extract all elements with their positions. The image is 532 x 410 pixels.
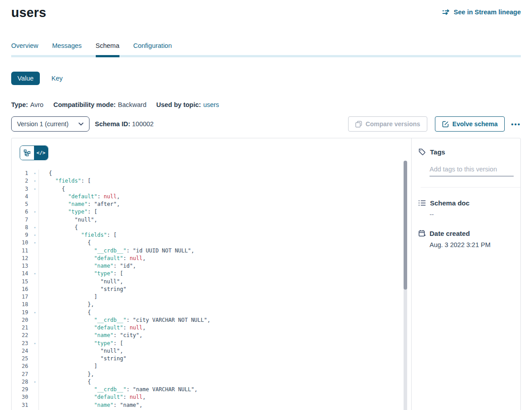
key-toggle-button[interactable]: Key (51, 75, 63, 82)
fold-spacer (31, 363, 39, 370)
tab-schema[interactable]: Schema (96, 42, 119, 55)
see-in-stream-lineage-link[interactable]: See in Stream lineage (442, 9, 521, 16)
line-number: 2 (12, 177, 31, 185)
fold-spacer (31, 201, 39, 208)
tree-view-button[interactable] (20, 146, 34, 160)
line-number: 5 (12, 201, 31, 208)
code-line: 4 "default": null, (12, 193, 411, 201)
line-number: 25 (12, 355, 31, 363)
code-line: 27 }, (12, 371, 411, 378)
code-line: 2▾ "fields": [ (12, 177, 411, 185)
line-number: 18 (12, 301, 31, 308)
fold-spacer (31, 286, 39, 293)
fold-spacer (31, 371, 39, 378)
fold-toggle-icon[interactable]: ▾ (31, 208, 39, 216)
code-text: "type": [ (39, 208, 97, 216)
fold-toggle-icon[interactable]: ▾ (31, 185, 39, 193)
line-number: 9 (12, 231, 31, 239)
line-number: 31 (12, 401, 31, 409)
code-line: 8▾ { (12, 224, 411, 231)
line-number: 4 (12, 193, 31, 201)
fold-toggle-icon[interactable]: ▾ (31, 231, 39, 239)
fold-spacer (31, 316, 39, 324)
calendar-icon (418, 230, 426, 237)
tag-icon (418, 148, 426, 156)
code-lines: 1▾{2▾ "fields": [3▾ {4 "default": null,5… (12, 170, 411, 410)
schema-detail-panel: </> 1▾{2▾ "fields": [3▾ {4 "default": nu… (11, 138, 521, 410)
code-text: "null", (39, 347, 123, 355)
sidebar-divider (421, 187, 520, 188)
code-text: "string" (39, 286, 126, 293)
add-tags-input[interactable] (430, 165, 514, 176)
tab-messages[interactable]: Messages (52, 42, 81, 55)
chevron-down-icon (78, 122, 84, 126)
code-line: 12 "default": null, (12, 255, 411, 262)
code-line: 26 ] (12, 363, 411, 370)
code-text: "null", (39, 216, 97, 224)
code-line: 19▾ { (12, 309, 411, 316)
version-select-value: Version 1 (current) (17, 120, 68, 128)
tab-overview[interactable]: Overview (11, 42, 38, 55)
fold-spacer (31, 301, 39, 308)
code-line: 22 "name": "city", (12, 332, 411, 339)
schema-sidebar: Tags Schema doc -- (411, 138, 520, 410)
evolve-schema-button[interactable]: Evolve schema (435, 116, 505, 132)
fold-toggle-icon[interactable]: ▾ (31, 170, 39, 177)
schema-doc-section: Schema doc -- (418, 199, 520, 218)
code-line: 30 "default": null, (12, 393, 411, 401)
tab-configuration[interactable]: Configuration (133, 42, 172, 55)
code-line: 29 "__crdb__": "name VARCHAR NULL", (12, 386, 411, 393)
list-icon (418, 200, 426, 206)
version-select[interactable]: Version 1 (current) (11, 116, 89, 132)
code-text: "__crdb__": "city VARCHAR NOT NULL", (39, 316, 210, 324)
fold-toggle-icon[interactable]: ▾ (31, 224, 39, 231)
code-line: 31 "name": "name", (12, 401, 411, 409)
code-text: "name": "city", (39, 332, 143, 339)
line-number: 8 (12, 224, 31, 231)
fold-toggle-icon[interactable]: ▾ (31, 270, 39, 278)
code-text: "default": null, (39, 193, 120, 201)
code-text: { (39, 185, 65, 193)
fold-toggle-icon[interactable]: ▾ (31, 340, 39, 347)
key-value-toggle: Value Key (11, 72, 521, 85)
line-number: 29 (12, 386, 31, 393)
code-line: 20 "__crdb__": "city VARCHAR NOT NULL", (12, 316, 411, 324)
tags-title: Tags (430, 148, 445, 156)
code-line: 23▾ "type": [ (12, 340, 411, 347)
editor-scrollbar[interactable] (404, 161, 407, 410)
scrollbar-thumb[interactable] (404, 161, 407, 290)
fold-spacer (31, 216, 39, 224)
schema-editor-panel: </> 1▾{2▾ "fields": [3▾ {4 "default": nu… (12, 138, 411, 410)
fold-toggle-icon[interactable]: ▾ (31, 309, 39, 316)
line-number: 19 (12, 309, 31, 316)
code-line: 24 "null", (12, 347, 411, 355)
schema-page: users See in Stream lineage OverviewMess… (0, 0, 532, 410)
topic-link[interactable]: users (203, 101, 219, 108)
compare-versions-button[interactable]: Compare versions (348, 116, 427, 132)
more-actions-button[interactable]: ••• (511, 120, 521, 128)
code-line: 15 "null", (12, 278, 411, 286)
code-line: 28▾ { (12, 378, 411, 386)
code-view-button[interactable]: </> (34, 146, 48, 160)
version-bar: Version 1 (current) Schema ID: 100002 Co… (11, 116, 521, 132)
date-created-title: Date created (430, 230, 470, 237)
line-number: 30 (12, 393, 31, 401)
line-number: 22 (12, 332, 31, 339)
schema-id: Schema ID: 100002 (95, 120, 153, 128)
value-toggle-button[interactable]: Value (11, 72, 40, 85)
code-line: 16 "string" (12, 286, 411, 293)
schema-meta-row: Type:Avro Compatibility mode:Backward Us… (11, 101, 521, 108)
edit-icon (442, 121, 449, 128)
code-text: "default": null, (39, 255, 146, 262)
fold-toggle-icon[interactable]: ▾ (31, 239, 39, 247)
code-text: "__crdb__": "id UUID NOT NULL", (39, 247, 194, 255)
compare-versions-icon (355, 121, 362, 128)
fold-toggle-icon[interactable]: ▾ (31, 177, 39, 185)
code-line: 25 "string" (12, 355, 411, 363)
code-line: 11 "__crdb__": "id UUID NOT NULL", (12, 247, 411, 255)
schema-doc-value: -- (430, 211, 520, 218)
tags-section-header: Tags (418, 148, 520, 156)
fold-spacer (31, 247, 39, 255)
fold-toggle-icon[interactable]: ▾ (31, 378, 39, 386)
code-text: "null", (39, 278, 123, 286)
